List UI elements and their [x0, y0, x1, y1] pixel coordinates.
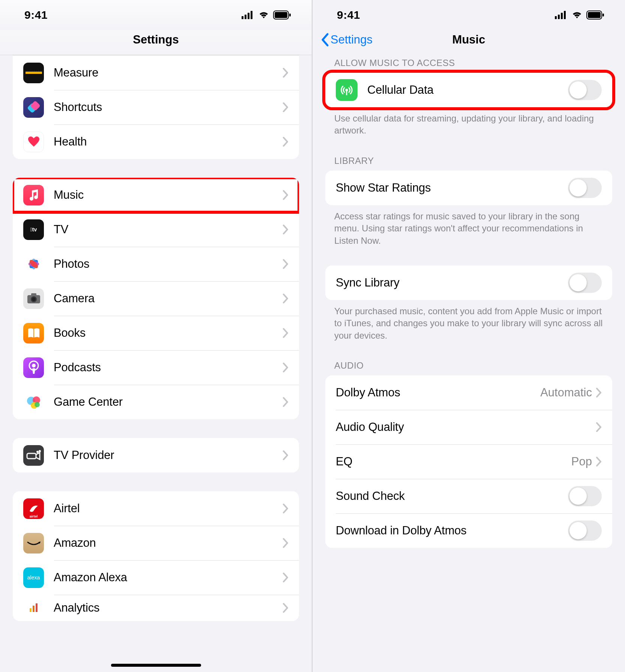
sound-check-toggle[interactable]: [568, 486, 602, 506]
chevron-right-icon: [282, 225, 288, 234]
cellular-data-row[interactable]: Cellular Data: [325, 73, 612, 107]
settings-row-analytics[interactable]: Analytics: [13, 595, 299, 621]
photos-icon: [23, 254, 44, 274]
chevron-right-icon: [282, 538, 288, 548]
nav-bar: 9:41 Settings: [0, 0, 312, 55]
settings-row-gamecenter[interactable]: Game Center: [13, 385, 299, 419]
section-footer: Your purchased music, content you add fr…: [325, 300, 612, 342]
sound-check-row[interactable]: Sound Check: [325, 479, 612, 513]
settings-row-music[interactable]: Music: [13, 178, 299, 212]
row-label: Game Center: [54, 395, 282, 409]
settings-row-amazon[interactable]: Amazon: [13, 526, 299, 560]
settings-row-measure[interactable]: Measure: [13, 56, 299, 90]
row-value: Automatic: [540, 386, 592, 399]
svg-rect-13: [36, 70, 37, 72]
settings-row-health[interactable]: Health: [13, 124, 299, 159]
row-label: Audio Quality: [336, 420, 596, 434]
health-icon: [23, 132, 44, 152]
svg-rect-41: [36, 603, 38, 612]
settings-row-camera[interactable]: Camera: [13, 281, 299, 316]
status-bar: 9:41: [312, 0, 625, 30]
svg-rect-10: [31, 70, 31, 72]
settings-group: Measure Shortcuts Health: [13, 55, 299, 159]
svg-point-38: [39, 450, 41, 452]
settings-group: Dolby Atmos Automatic Audio Quality EQ P…: [325, 375, 612, 548]
row-label: Amazon Alexa: [54, 571, 282, 584]
row-label: Show Star Ratings: [336, 181, 568, 195]
svg-rect-6: [289, 14, 291, 16]
svg-rect-8: [27, 70, 27, 72]
row-label: Photos: [54, 257, 282, 271]
svg-rect-48: [602, 14, 604, 16]
row-label: Music: [54, 188, 282, 202]
analytics-icon: [23, 598, 44, 618]
amazon-icon: [23, 533, 44, 554]
airtel-icon: airtel: [23, 498, 44, 519]
row-label: Amazon: [54, 536, 282, 550]
svg-rect-44: [561, 13, 563, 19]
settings-group: TV Provider: [13, 438, 299, 472]
svg-rect-39: [30, 608, 32, 612]
sync-library-toggle[interactable]: [568, 273, 602, 293]
chevron-right-icon: [596, 422, 602, 432]
row-label: TV: [54, 223, 282, 236]
star-ratings-toggle[interactable]: [568, 178, 602, 198]
download-dolby-row[interactable]: Download in Dolby Atmos: [325, 513, 612, 548]
settings-row-shortcuts[interactable]: Shortcuts: [13, 90, 299, 124]
tv-icon: tv: [23, 219, 44, 240]
chevron-right-icon: [282, 294, 288, 303]
chevron-right-icon: [282, 363, 288, 372]
section-footer: Use cellular data for streaming, updatin…: [325, 107, 612, 137]
music-icon: [23, 185, 44, 206]
settings-group: Show Star Ratings: [325, 171, 612, 205]
settings-row-alexa[interactable]: alexa Amazon Alexa: [13, 560, 299, 595]
eq-row[interactable]: EQ Pop: [325, 444, 612, 479]
svg-rect-42: [555, 16, 557, 19]
audio-quality-row[interactable]: Audio Quality: [325, 410, 612, 444]
settings-group: Cellular Data: [325, 73, 612, 107]
svg-rect-5: [275, 12, 287, 18]
nav-bar: Settings Music: [312, 30, 625, 58]
podcasts-icon: [23, 357, 44, 378]
row-value: Pop: [571, 455, 592, 468]
settings-row-airtel[interactable]: airtel Airtel: [13, 491, 299, 526]
row-label: Sync Library: [336, 276, 568, 290]
row-label: Sound Check: [336, 489, 568, 503]
measure-icon: [23, 63, 44, 83]
status-bar: 9:41: [0, 0, 312, 30]
row-label: Books: [54, 326, 282, 340]
settings-row-podcasts[interactable]: Podcasts: [13, 350, 299, 385]
section-header: LIBRARY: [325, 156, 612, 171]
status-time: 9:41: [24, 9, 48, 21]
row-label: Airtel: [54, 502, 282, 515]
chevron-right-icon: [282, 68, 288, 78]
chevron-right-icon: [282, 137, 288, 147]
sync-library-row[interactable]: Sync Library: [325, 266, 612, 300]
row-label: Measure: [54, 66, 282, 80]
row-label: Health: [54, 135, 282, 148]
settings-row-tvprovider[interactable]: TV Provider: [13, 438, 299, 472]
row-label: Shortcuts: [54, 100, 282, 114]
settings-row-tv[interactable]: tv TV: [13, 212, 299, 247]
dolby-atmos-row[interactable]: Dolby Atmos Automatic: [325, 375, 612, 410]
music-settings-screen: 9:41 Settings Music ALLOW MUSIC TO ACCES…: [312, 0, 625, 672]
svg-rect-40: [33, 606, 35, 612]
settings-row-books[interactable]: Books: [13, 316, 299, 350]
chevron-right-icon: [596, 457, 602, 466]
status-time: 9:41: [337, 9, 360, 21]
settings-row-photos[interactable]: Photos: [13, 247, 299, 281]
chevron-right-icon: [282, 450, 288, 460]
star-ratings-row[interactable]: Show Star Ratings: [325, 171, 612, 205]
chevron-right-icon: [282, 504, 288, 513]
cellular-data-toggle[interactable]: [568, 80, 602, 100]
download-dolby-toggle[interactable]: [568, 520, 602, 541]
back-button[interactable]: Settings: [321, 33, 373, 46]
svg-rect-14: [38, 70, 39, 72]
svg-point-31: [32, 364, 36, 368]
status-icons: [242, 10, 291, 20]
svg-point-29: [32, 297, 36, 301]
chevron-right-icon: [596, 388, 602, 398]
row-label: Analytics: [54, 601, 282, 615]
svg-point-37: [36, 451, 39, 453]
svg-rect-11: [33, 70, 33, 72]
